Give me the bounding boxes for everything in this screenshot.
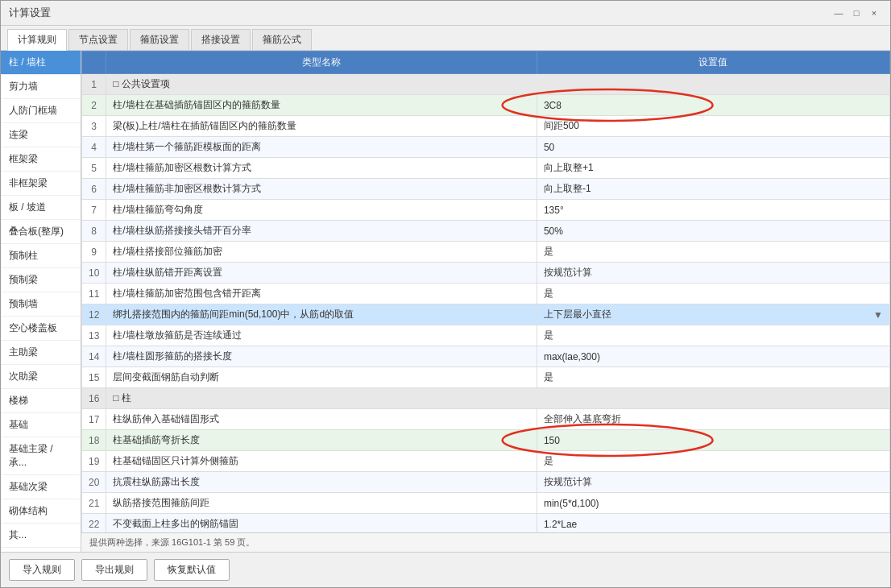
sidebar-item-composite-slab[interactable]: 叠合板(整厚): [1, 220, 81, 244]
row-value: 3C8: [537, 95, 889, 116]
sidebar-item-precast-column[interactable]: 预制柱: [1, 244, 81, 268]
row-value: 向上取整-1: [537, 179, 889, 200]
row-value: 135°: [537, 200, 889, 221]
table-row[interactable]: 17 柱纵筋伸入基础锚固形式 全部伸入基底弯折: [82, 409, 890, 430]
row-num: 20: [82, 472, 106, 493]
maximize-button[interactable]: □: [848, 6, 864, 19]
sidebar-item-foundation[interactable]: 基础: [1, 413, 81, 437]
row-num: 18: [82, 430, 106, 451]
sidebar-item-precast-beam[interactable]: 预制梁: [1, 268, 81, 292]
export-rules-button[interactable]: 导出规则: [81, 559, 147, 581]
main-area: 类型名称 设置值 1 □ 公共设置项 2 柱/墙柱在基础插筋锚固区内的箍筋数量 …: [81, 51, 890, 552]
row-value[interactable]: 上下层最小直径 ▼: [537, 304, 889, 325]
row-name: 柱/墙柱圆形箍筋的搭接长度: [106, 346, 537, 367]
row-num: 1: [82, 74, 106, 95]
tab-node-settings[interactable]: 节点设置: [68, 29, 128, 50]
tab-stirrup-formula[interactable]: 箍筋公式: [252, 29, 312, 50]
sidebar-item-other[interactable]: 其...: [1, 524, 81, 548]
row-num: 6: [82, 179, 106, 200]
row-name: 柱/墙柱纵筋搭接接头错开百分率: [106, 221, 537, 242]
sidebar-item-coupling-beam[interactable]: 连梁: [1, 123, 81, 147]
row-value: 是: [537, 325, 889, 346]
table-row[interactable]: 5 柱/墙柱箍筋加密区根数计算方式 向上取整+1: [82, 158, 890, 179]
row-num: 19: [82, 451, 106, 472]
tab-stirrup-settings[interactable]: 箍筋设置: [130, 29, 189, 50]
row-num: 5: [82, 158, 106, 179]
sidebar-item-main-rib-beam[interactable]: 主助梁: [1, 341, 81, 365]
row-num: 15: [82, 367, 106, 388]
import-rules-button[interactable]: 导入规则: [9, 559, 75, 581]
main-window: 计算设置 — □ × 计算规则 节点设置 箍筋设置 搭接设置 箍筋公式 柱 / …: [0, 0, 891, 588]
table-row[interactable]: 2 柱/墙柱在基础插筋锚固区内的箍筋数量 3C8: [82, 95, 890, 116]
sidebar-item-frame-beam[interactable]: 框架梁: [1, 147, 81, 172]
table-row[interactable]: 4 柱/墙柱第一个箍筋距模板面的距离 50: [82, 137, 890, 158]
row-value: 1.2*Lae: [537, 514, 889, 533]
sidebar-item-air-defense[interactable]: 人防门框墙: [1, 99, 81, 123]
restore-defaults-button[interactable]: 恢复默认值: [154, 559, 230, 581]
sidebar-item-precast-wall[interactable]: 预制墙: [1, 292, 81, 317]
row-name: 柱/墙柱箍筋非加密区根数计算方式: [106, 179, 537, 200]
sidebar-item-foundation-secondary-beam[interactable]: 基础次梁: [1, 475, 81, 499]
table-row[interactable]: 1 □ 公共设置项: [82, 74, 890, 95]
sidebar-item-staircase[interactable]: 楼梯: [1, 389, 81, 413]
row-value: 150: [537, 430, 889, 451]
row-name: 柱/墙柱箍筋加密区根数计算方式: [106, 158, 537, 179]
row-value: 全部伸入基底弯折: [537, 409, 889, 430]
table-row[interactable]: 9 柱/墙柱搭接部位箍筋加密 是: [82, 242, 890, 263]
table-row[interactable]: 15 层间变截面钢筋自动判断 是: [82, 367, 890, 388]
sidebar-item-secondary-rib-beam[interactable]: 次助梁: [1, 365, 81, 389]
row-value: 50: [537, 137, 889, 158]
tab-splice-settings[interactable]: 搭接设置: [191, 29, 251, 50]
table-row[interactable]: 20 抗震柱纵筋露出长度 按规范计算: [82, 472, 890, 493]
sidebar-item-column-wall[interactable]: 柱 / 墙柱: [1, 51, 81, 75]
row-value: 50%: [537, 221, 889, 242]
dropdown-value: 上下层最小直径: [544, 308, 611, 321]
row-name: 柱基础插筋弯折长度: [106, 430, 537, 451]
status-text: 提供两种选择，来源 16G101-1 第 59 页。: [89, 537, 255, 547]
row-name: 不变截面上柱多出的钢筋锚固: [106, 514, 537, 533]
row-value: 向上取整+1: [537, 158, 889, 179]
row-name: 柱/墙柱在基础插筋锚固区内的箍筋数量: [106, 95, 537, 116]
minimize-button[interactable]: —: [831, 6, 847, 19]
table-row[interactable]: 6 柱/墙柱箍筋非加密区根数计算方式 向上取整-1: [82, 179, 890, 200]
row-num: 16: [82, 388, 106, 409]
settings-table: 类型名称 设置值 1 □ 公共设置项 2 柱/墙柱在基础插筋锚固区内的箍筋数量 …: [81, 51, 890, 532]
table-row[interactable]: 18 柱基础插筋弯折长度 150: [82, 430, 890, 451]
row-num: 8: [82, 221, 106, 242]
table-row[interactable]: 13 柱/墙柱墩放箍筋是否连续通过 是: [82, 325, 890, 346]
table-row[interactable]: 14 柱/墙柱圆形箍筋的搭接长度 max(lae,300): [82, 346, 890, 367]
table-row[interactable]: 7 柱/墙柱箍筋弯勾角度 135°: [82, 200, 890, 221]
row-name: 柱/墙柱箍筋弯勾角度: [106, 200, 537, 221]
table-row[interactable]: 10 柱/墙柱纵筋错开距离设置 按规范计算: [82, 263, 890, 284]
row-num: 10: [82, 263, 106, 284]
sidebar-item-slab[interactable]: 板 / 坡道: [1, 196, 81, 220]
row-name: 柱/墙柱箍筋加密范围包含错开距离: [106, 284, 537, 304]
row-name: 柱基础锚固区只计算外侧箍筋: [106, 451, 537, 472]
sidebar-item-masonry[interactable]: 砌体结构: [1, 499, 81, 524]
table-row[interactable]: 11 柱/墙柱箍筋加密范围包含错开距离 是: [82, 284, 890, 304]
table-row[interactable]: 12 绑扎搭接范围内的箍筋间距min(5d,100)中，从筋d的取值 上下层最小…: [82, 304, 890, 325]
sidebar-item-non-frame-beam[interactable]: 非框架梁: [1, 172, 81, 196]
table-row[interactable]: 21 纵筋搭接范围箍筋间距 min(5*d,100): [82, 493, 890, 514]
row-num: 12: [82, 304, 106, 325]
table-container[interactable]: 类型名称 设置值 1 □ 公共设置项 2 柱/墙柱在基础插筋锚固区内的箍筋数量 …: [81, 51, 890, 532]
table-row[interactable]: 3 梁(板)上柱/墙柱在插筋锚固区内的箍筋数量 间距500: [82, 116, 890, 137]
content-area: 柱 / 墙柱 剪力墙 人防门框墙 连梁 框架梁 非框架梁 板 / 坡道 叠合板(…: [1, 51, 890, 552]
row-value: 是: [537, 367, 889, 388]
table-row[interactable]: 16 □ 柱: [82, 388, 890, 409]
sidebar-item-shear-wall[interactable]: 剪力墙: [1, 75, 81, 99]
row-num: 4: [82, 137, 106, 158]
row-value: 按规范计算: [537, 263, 889, 284]
row-name: 柱/墙柱墩放箍筋是否连续通过: [106, 325, 537, 346]
row-num: 13: [82, 325, 106, 346]
sidebar-item-hollow-slab[interactable]: 空心楼盖板: [1, 317, 81, 341]
table-row[interactable]: 8 柱/墙柱纵筋搭接接头错开百分率 50%: [82, 221, 890, 242]
row-name: 梁(板)上柱/墙柱在插筋锚固区内的箍筋数量: [106, 116, 537, 137]
sidebar-item-foundation-main-beam[interactable]: 基础主梁 / 承...: [1, 437, 81, 475]
table-row[interactable]: 19 柱基础锚固区只计算外侧箍筋 是: [82, 451, 890, 472]
close-button[interactable]: ×: [866, 6, 882, 19]
table-row[interactable]: 22 不变截面上柱多出的钢筋锚固 1.2*Lae: [82, 514, 890, 533]
row-value: 间距500: [537, 116, 889, 137]
tab-calc-rules[interactable]: 计算规则: [7, 29, 67, 51]
row-value: max(lae,300): [537, 346, 889, 367]
